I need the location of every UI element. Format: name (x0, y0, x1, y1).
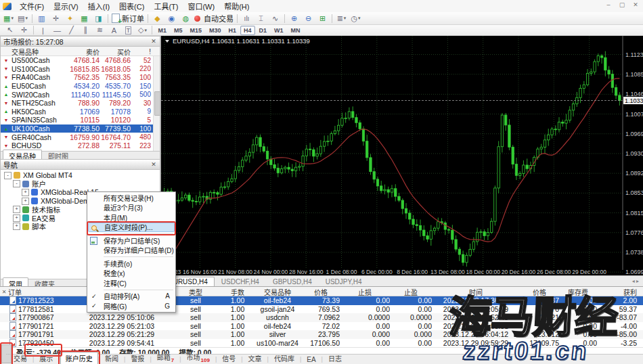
menu-item-自动排列-A-[interactable]: ✓自动排列(A)A (87, 292, 175, 302)
tree-expander-icon[interactable]: + (13, 206, 20, 213)
terminal-tab-EA[interactable]: EA (301, 355, 321, 364)
zoom-out-button[interactable]: ⊖ (301, 12, 315, 24)
vline-tool[interactable]: | (36, 24, 50, 37)
header-交易品种-4[interactable]: 交易品种 (253, 287, 302, 297)
candlestick-chart[interactable]: 1.112351.108501.104601.100751.096901.093… (161, 36, 643, 275)
header-手数-3[interactable]: 手数 (222, 287, 253, 297)
order-row[interactable]: 1779017912023.12.29 05:21:29sell1.00silv… (0, 330, 643, 339)
terminal-toggle[interactable]: ▦ (77, 12, 91, 24)
hline-tool[interactable]: — (50, 24, 64, 37)
crosshair-tool[interactable]: ✛ (17, 24, 31, 37)
menu-显示(V)[interactable]: 显示(V) (49, 0, 83, 13)
text-tool[interactable]: A (107, 24, 121, 37)
tile-windows-button[interactable]: ⊞ (315, 12, 330, 24)
timeframe-W1[interactable]: W1 (271, 26, 287, 35)
terminal-tab-警报[interactable]: 警报 (125, 352, 150, 364)
menu-item-本月-M-[interactable]: 本月(M) (87, 212, 175, 223)
market-watch-row[interactable]: ▼BCHUSD272.88275.11223 (1, 141, 160, 150)
menu-item-所有交易记录-H-[interactable]: 所有交易记录(H) (87, 193, 175, 203)
timeframe-M15[interactable]: M15 (187, 26, 206, 35)
order-row[interactable]: 1779017212023.12.29 05:21:03sell1.00oil-… (0, 322, 643, 331)
menu-工具(T)[interactable]: 工具(T) (149, 0, 183, 13)
col-ask[interactable]: 买价 (99, 47, 131, 57)
menu-item-自定义时段-P-[interactable]: 自定义时段(P)... (88, 223, 175, 233)
trendline-tool[interactable]: ╱ (64, 24, 79, 37)
menu-item-保存为详细户口结单-D-[interactable]: 保存为详细户口结单(D) (87, 246, 175, 256)
timeframe-M1[interactable]: M1 (155, 26, 171, 35)
header-类型-2[interactable]: 类型 (169, 287, 222, 297)
market-watch-row[interactable]: ▼FRA40Cash7562.357563.35100 (1, 73, 160, 82)
tree-expander-icon[interactable]: - (13, 180, 20, 187)
fibonacci-tool[interactable]: ≋ (93, 24, 107, 37)
menu-item-税金-x-[interactable]: 税金(x) (87, 269, 175, 279)
data-window-toggle[interactable]: ✛ (49, 12, 63, 24)
autotrade-button[interactable]: 自动交易 (193, 12, 235, 24)
header-价格-5[interactable]: 价格 (302, 287, 340, 297)
tree-expander-icon[interactable]: + (22, 189, 29, 196)
timeframe-H1[interactable]: H1 (225, 26, 240, 35)
menu-item-保存为户口结单-S-[interactable]: 保存为户口结单(S) (87, 235, 175, 246)
tree-expander-icon[interactable]: + (13, 214, 20, 222)
order-row[interactable]: 1779008672023.12.29 05:10:06sell1.00usdc… (0, 313, 643, 322)
menu-窗口(W)[interactable]: 窗口(W) (183, 0, 219, 13)
col-symbol[interactable]: 交易品种 (12, 47, 70, 57)
chart-tab-GBPUSD,H4[interactable]: GBPUSD,H4 (266, 277, 319, 286)
timeframe-H4[interactable]: H4 (240, 26, 255, 35)
order-row[interactable]: 1779204502023.12.29 09:54:41sell1.00us10… (0, 339, 643, 348)
tree-expander-icon[interactable]: + (22, 198, 29, 205)
header-止盈-7[interactable]: 止盈 (390, 287, 432, 297)
menu-item-注释-C-[interactable]: 注释(C) (87, 278, 175, 288)
chart-tab-USDCHF,H4[interactable]: USDCHF,H4 (215, 277, 266, 286)
market-watch-row[interactable]: ▲EU50Cash4534.204535.70150 (1, 82, 160, 91)
label-tool[interactable]: T (121, 24, 135, 37)
channel-tool[interactable]: ∥ (79, 24, 93, 37)
terminal-tab-代码库[interactable]: 代码库 (269, 352, 300, 364)
terminal-close-button[interactable]: ✕ (0, 289, 8, 295)
market-watch-row[interactable]: ▲HK50Cash17069170789 (1, 108, 160, 116)
indicators-dropdown[interactable]: ≣▾ (334, 12, 349, 24)
profiles-button[interactable]: ▤▾ (16, 12, 30, 24)
market-watch-row[interactable]: ▲UK100Cash7738.507739.50100 (1, 124, 160, 133)
shapes-dropdown[interactable]: ◇▾ (135, 24, 150, 37)
market-watch-toggle[interactable]: ▥ (35, 12, 49, 24)
header-订单-0[interactable]: 订单 (8, 287, 74, 297)
navigator-toggle[interactable]: ✦ (63, 12, 77, 24)
timeframe-M30[interactable]: M30 (206, 26, 225, 35)
strategy-tester-toggle[interactable]: ◨ (91, 12, 106, 24)
community-button[interactable]: ◉ (164, 12, 179, 24)
timeframe-M5[interactable]: M5 (171, 26, 186, 35)
timeframe-MN[interactable]: MN (288, 26, 304, 35)
header-库存费-10[interactable]: 库存费 (559, 287, 597, 297)
web-button[interactable]: ◍ (179, 12, 193, 24)
chart-tab-USDJPY,H4[interactable]: USDJPY,H4 (319, 277, 369, 286)
terminal-tab-交易[interactable]: 交易 (8, 352, 32, 364)
tree-item-账户[interactable]: -账户 (1, 180, 160, 189)
zoom-in-button[interactable]: ⊕ (287, 12, 301, 24)
col-spread[interactable]: ! (131, 48, 160, 55)
restore-button[interactable]: ▢ (617, 1, 627, 8)
menu-文件(F)[interactable]: 文件(F) (15, 0, 49, 13)
new-order-button[interactable]: 新订单 (110, 12, 146, 24)
line-chart-type-button[interactable]: ∿ (268, 12, 282, 24)
close-button[interactable]: ✕ (631, 1, 640, 8)
terminal-tab-展示[interactable]: 展示 (34, 352, 58, 364)
timeframe-D1[interactable]: D1 (256, 26, 271, 35)
menu-item-手续费-o-[interactable]: 手续费(o) (87, 258, 175, 269)
terminal-tab-新闻[interactable]: 新闻 (99, 352, 124, 364)
close-icon[interactable]: ✕ (150, 38, 157, 45)
docked-sidebar-tab[interactable]: ⋮ (1, 344, 12, 363)
menu-item-最近3个月-3-[interactable]: 最近3个月(3) (87, 203, 175, 213)
tab-scroll-arrows[interactable]: ◂ ▸ (632, 278, 639, 284)
col-bid[interactable]: 卖价 (70, 47, 99, 57)
market-watch-row[interactable]: ▼US100Cash16815.8516818.05220 (1, 65, 160, 74)
menu-图表(C)[interactable]: 图表(C) (114, 0, 149, 13)
metaeditor-button[interactable]: ◆ (150, 12, 164, 24)
terminal-tab-市场[interactable]: 市场109 (181, 350, 215, 364)
tree-expander-icon[interactable]: + (13, 223, 20, 230)
menu-插入(I)[interactable]: 插入(I) (83, 0, 114, 13)
tree-item-XM Global MT4[interactable]: -XM Global MT4 (1, 171, 160, 180)
terminal-tab-邮箱[interactable]: 邮箱7 (152, 350, 179, 364)
menu-item-网格-G-[interactable]: ✓网格(G)G (87, 301, 175, 311)
chart-window[interactable]: 1.112351.108501.104601.100751.096901.093… (160, 36, 643, 275)
candle-chart-type-button[interactable]: ⌶ (254, 12, 268, 24)
